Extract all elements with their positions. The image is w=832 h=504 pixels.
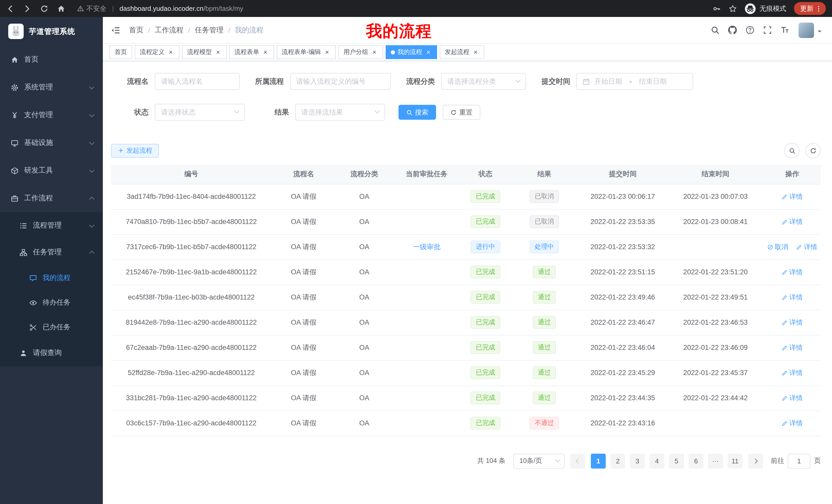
eye-icon	[29, 299, 37, 306]
page-button[interactable]: 1	[591, 453, 606, 468]
sidebar-item[interactable]: 支付管理	[0, 101, 103, 129]
tab-close-icon[interactable]: ×	[214, 49, 222, 56]
user-avatar[interactable]	[799, 22, 814, 38]
tab[interactable]: 首页 ×	[109, 45, 132, 59]
browser-menu-icon[interactable]	[815, 5, 822, 12]
detail-action[interactable]: 详情	[782, 393, 803, 402]
current-task-link[interactable]: 一级审批	[413, 243, 440, 250]
detail-action[interactable]: 详情	[782, 217, 803, 226]
page-button[interactable]: 11	[728, 453, 743, 468]
goto-page-input[interactable]	[788, 453, 810, 468]
process-name-input[interactable]	[155, 73, 240, 90]
sidebar-item[interactable]: 工作流程	[0, 185, 103, 212]
page-button[interactable]: 2	[610, 453, 625, 468]
tab[interactable]: 流程表单 ×	[229, 45, 274, 59]
goto-label: 前往	[771, 456, 784, 466]
tab-label: 首页	[115, 48, 127, 57]
sidebar-item[interactable]: 任务管理	[0, 239, 103, 265]
prev-page-button[interactable]	[570, 453, 585, 468]
refresh-icon[interactable]	[805, 143, 821, 158]
font-size-icon[interactable]	[781, 26, 789, 34]
process-category-select[interactable]: 请选择流程分类	[441, 73, 526, 90]
cell-id: 7317cec6-7b9b-11ec-b5b7-acde48001122	[111, 234, 271, 259]
tab-label: 发起流程	[445, 48, 469, 57]
sidebar-item[interactable]: 已办任务	[0, 315, 103, 340]
detail-action[interactable]: 详情	[782, 343, 803, 352]
result-select[interactable]: 请选择流结果	[295, 104, 385, 121]
process-definition-input[interactable]	[290, 73, 391, 90]
address-bar[interactable]: 不安全 | dashboard.yudao.iocoder.cn /bpm/ta…	[77, 4, 713, 13]
reset-button[interactable]: 重置	[443, 105, 480, 120]
browser-home-icon[interactable]	[57, 4, 65, 12]
search-button[interactable]: 搜索	[398, 105, 436, 120]
page-button[interactable]: 5	[669, 453, 684, 468]
detail-action[interactable]: 详情	[782, 292, 803, 302]
password-key-icon[interactable]	[713, 4, 721, 12]
next-page-button[interactable]	[748, 453, 763, 468]
page-size-select[interactable]: 10条/页	[513, 453, 565, 468]
cancel-action[interactable]: 取消	[767, 242, 788, 251]
table-body: 3ad174fb-7b9d-11ec-8404-acde48001122 OA …	[111, 184, 821, 436]
detail-action[interactable]: 详情	[782, 192, 803, 201]
breadcrumb-item[interactable]: 我的流程 /	[235, 25, 263, 35]
sidebar-item[interactable]: 系统管理	[0, 74, 103, 101]
sidebar-item[interactable]: 我的流程	[0, 265, 103, 290]
sidebar-item[interactable]: 待办任务	[0, 290, 103, 315]
cell-process-name: OA 请假	[271, 360, 336, 385]
create-process-button[interactable]: 发起流程	[111, 144, 159, 158]
tab-close-icon[interactable]: ×	[323, 49, 331, 56]
tab[interactable]: 我的流程 ×	[386, 45, 437, 59]
browser-forward-icon[interactable]	[23, 4, 31, 12]
detail-action[interactable]: 详情	[782, 268, 803, 277]
process-definition-field: 所属流程	[253, 73, 391, 90]
page-button[interactable]: 4	[649, 453, 665, 468]
sidebar-item[interactable]: 流程管理	[0, 212, 103, 239]
tab[interactable]: 流程定义 ×	[135, 45, 179, 59]
cell-actions: 取消 详情	[763, 411, 821, 436]
tab[interactable]: 用户分组 ×	[338, 45, 383, 59]
cell-end-time: 2022-01-22 23:44:42	[668, 385, 763, 411]
sidebar-collapse-icon[interactable]	[111, 25, 120, 35]
cell-submit-time: 2022-01-22 23:53:32	[578, 234, 668, 259]
header-search-icon[interactable]	[711, 26, 719, 34]
sidebar-item[interactable]: 研发工具	[0, 157, 103, 185]
status-select[interactable]: 请选择状态	[155, 104, 245, 121]
detail-action[interactable]: 详情	[796, 242, 817, 251]
header-actions	[702, 22, 823, 38]
tab-close-icon[interactable]: ×	[371, 49, 378, 56]
page-button[interactable]: ···	[708, 453, 723, 468]
tab[interactable]: 流程表单-编辑 ×	[277, 45, 336, 59]
chevron-right-icon	[753, 458, 758, 464]
breadcrumb-item[interactable]: 首页 /	[129, 25, 155, 35]
sidebar-item[interactable]: 基础设施	[0, 129, 103, 157]
browser-reload-icon[interactable]	[40, 4, 48, 12]
page-button[interactable]: 3	[630, 453, 645, 468]
sidebar-item[interactable]: 首页	[0, 46, 103, 74]
github-icon[interactable]	[728, 26, 737, 34]
tab-close-icon[interactable]: ×	[425, 49, 432, 56]
tab-close-icon[interactable]: ×	[167, 49, 174, 56]
tab-close-icon[interactable]: ×	[472, 49, 479, 56]
tab[interactable]: 流程模型 ×	[182, 45, 227, 59]
sidebar-item[interactable]: 请假查询	[0, 340, 103, 366]
page-button[interactable]: 6	[688, 453, 703, 468]
tab-close-icon[interactable]: ×	[262, 49, 269, 56]
caret-down-icon[interactable]	[816, 28, 823, 34]
detail-action[interactable]: 详情	[782, 318, 803, 327]
bookmark-star-icon[interactable]	[729, 4, 737, 12]
fullscreen-icon[interactable]	[763, 26, 772, 34]
browser-back-icon[interactable]	[6, 4, 15, 12]
cell-actions: 取消 详情	[763, 310, 821, 335]
app-logo[interactable]: 芋道管理系统	[0, 17, 103, 46]
breadcrumb-item[interactable]: 工作流程 /	[155, 25, 195, 35]
not-secure-badge[interactable]: 不安全	[77, 4, 106, 13]
tab[interactable]: 发起流程 ×	[440, 45, 485, 59]
detail-action[interactable]: 详情	[782, 418, 803, 428]
breadcrumb-item[interactable]: 任务管理 /	[195, 25, 235, 35]
submit-time-range-picker[interactable]: 开始日期 - 结束日期	[576, 73, 693, 90]
detail-action[interactable]: 详情	[782, 368, 803, 377]
help-icon[interactable]	[746, 26, 754, 34]
toggle-search-icon[interactable]	[784, 143, 800, 158]
update-button[interactable]: 更新	[794, 2, 826, 15]
cell-result: 通过	[510, 360, 578, 385]
